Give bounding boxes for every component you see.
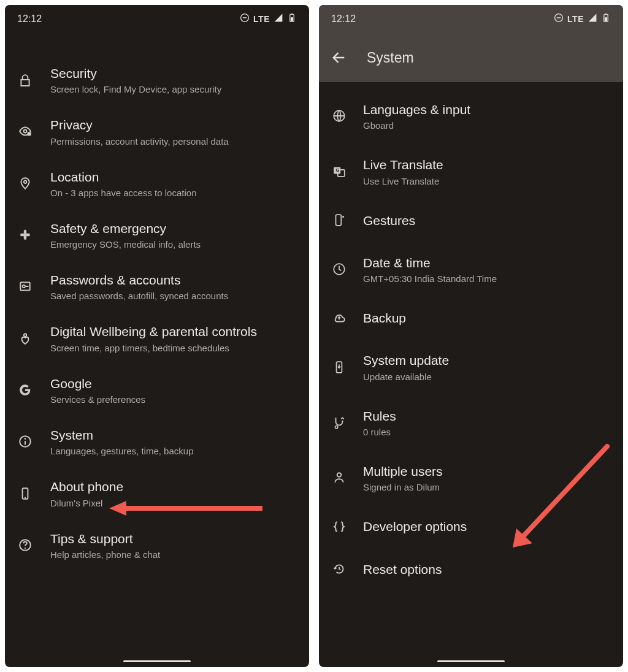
item-subtitle: Screen lock, Find My Device, app securit… — [50, 84, 297, 94]
item-subtitle: Languages, gestures, time, backup — [50, 446, 297, 456]
status-bar: 12:12 LTE — [319, 5, 623, 33]
item-title: Languages & input — [363, 101, 611, 118]
system-item-translate[interactable]: Live Translate Use Live Translate — [319, 143, 623, 199]
settings-item-safety[interactable]: Safety & emergency Emergency SOS, medica… — [5, 209, 309, 261]
lock-icon — [17, 73, 33, 86]
system-item-update[interactable]: System update Update available — [319, 339, 623, 394]
eye-icon — [17, 124, 33, 138]
item-title: Digital Wellbeing & parental controls — [50, 323, 297, 340]
item-title: Safety & emergency — [50, 220, 297, 237]
info-icon — [17, 435, 33, 448]
google-icon — [17, 383, 33, 397]
settings-item-system[interactable]: System Languages, gestures, time, backup — [5, 416, 309, 467]
home-indicator[interactable] — [123, 660, 191, 662]
users-icon — [331, 471, 347, 484]
screenshot-system-settings: 12:12 LTE System Languages & input Gboar… — [319, 5, 623, 667]
item-title: Tips & support — [50, 530, 297, 547]
help-icon — [17, 538, 33, 552]
item-title: System update — [363, 352, 611, 368]
item-title: Privacy — [50, 116, 297, 133]
update-icon — [331, 361, 347, 374]
back-button[interactable] — [331, 50, 346, 65]
gesture-icon — [331, 213, 347, 227]
system-item-rules[interactable]: Rules 0 rules — [319, 395, 623, 450]
battery-icon — [601, 13, 611, 25]
item-title: Reset options — [363, 561, 611, 578]
cloud-icon — [331, 311, 347, 325]
system-list: Languages & input Gboard Live Translate … — [319, 82, 623, 667]
home-indicator[interactable] — [437, 660, 505, 662]
dnd-icon — [554, 13, 564, 25]
item-title: Rules — [363, 408, 611, 424]
item-title: Passwords & accounts — [50, 272, 297, 288]
wellbeing-icon — [17, 332, 33, 345]
settings-item-privacy[interactable]: Privacy Permissions, account activity, p… — [5, 105, 309, 157]
rules-icon — [331, 416, 347, 429]
pin-icon — [17, 177, 33, 190]
settings-item-about[interactable]: About phone Dilum's Pixel — [5, 467, 309, 519]
page-title: System — [367, 50, 414, 66]
reset-icon — [331, 562, 347, 576]
system-item-users[interactable]: Multiple users Signed in as Dilum — [319, 450, 623, 505]
item-title: Developer options — [363, 518, 611, 535]
status-time: 12:12 — [17, 13, 42, 25]
item-subtitle: Use Live Translate — [363, 176, 611, 186]
clock-icon — [331, 262, 347, 276]
battery-icon — [287, 13, 297, 25]
system-item-languages[interactable]: Languages & input Gboard — [319, 88, 623, 143]
system-item-reset[interactable]: Reset options — [319, 548, 623, 590]
item-subtitle: Signed in as Dilum — [363, 482, 611, 492]
translate-icon — [331, 164, 347, 178]
item-subtitle: Emergency SOS, medical info, alerts — [50, 239, 297, 250]
settings-item-passwords[interactable]: Passwords & accounts Saved passwords, au… — [5, 261, 309, 312]
status-bar: 12:12 LTE — [5, 5, 309, 33]
item-subtitle: Services & preferences — [50, 394, 297, 405]
item-subtitle: On - 3 apps have access to location — [50, 188, 297, 198]
key-icon — [17, 280, 33, 293]
item-title: Location — [50, 169, 297, 185]
item-subtitle: Permissions, account activity, personal … — [50, 136, 297, 147]
settings-item-security[interactable]: Security Screen lock, Find My Device, ap… — [5, 54, 309, 105]
item-subtitle: Help articles, phone & chat — [50, 549, 297, 560]
system-item-gestures[interactable]: Gestures — [319, 199, 623, 242]
system-item-developer[interactable]: Developer options — [319, 505, 623, 548]
medical-icon — [17, 228, 33, 242]
item-subtitle: Gboard — [363, 120, 611, 131]
globe-icon — [331, 109, 347, 123]
item-title: Backup — [363, 310, 611, 326]
system-item-datetime[interactable]: Date & time GMT+05:30 India Standard Tim… — [319, 242, 623, 297]
settings-item-google[interactable]: Google Services & preferences — [5, 364, 309, 416]
item-title: Multiple users — [363, 463, 611, 479]
network-label: LTE — [567, 14, 584, 24]
screenshot-settings-main: 12:12 LTE Security Screen lock, Find My … — [5, 5, 309, 667]
item-subtitle: GMT+05:30 India Standard Time — [363, 273, 611, 284]
item-title: About phone — [50, 478, 297, 495]
settings-list: Security Screen lock, Find My Device, ap… — [5, 33, 309, 667]
braces-icon — [331, 520, 347, 533]
item-subtitle: Saved passwords, autofill, synced accoun… — [50, 291, 297, 301]
item-title: Google — [50, 375, 297, 392]
item-title: Date & time — [363, 254, 611, 271]
item-subtitle: Dilum's Pixel — [50, 498, 297, 508]
item-subtitle: Screen time, app timers, bedtime schedul… — [50, 343, 297, 353]
settings-item-location[interactable]: Location On - 3 apps have access to loca… — [5, 158, 309, 209]
item-subtitle: Update available — [363, 372, 611, 382]
item-title: System — [50, 427, 297, 443]
app-bar: System — [319, 33, 623, 82]
settings-item-tips[interactable]: Tips & support Help articles, phone & ch… — [5, 519, 309, 571]
item-title: Gestures — [363, 212, 611, 229]
network-label: LTE — [253, 14, 270, 24]
system-item-backup[interactable]: Backup — [319, 297, 623, 339]
settings-item-wellbeing[interactable]: Digital Wellbeing & parental controls Sc… — [5, 312, 309, 364]
dnd-icon — [240, 13, 250, 25]
signal-icon — [274, 13, 283, 25]
phone-icon — [17, 487, 33, 500]
item-title: Security — [50, 65, 297, 82]
status-time: 12:12 — [331, 13, 356, 25]
signal-icon — [588, 13, 597, 25]
item-subtitle: 0 rules — [363, 427, 611, 437]
item-title: Live Translate — [363, 156, 611, 173]
